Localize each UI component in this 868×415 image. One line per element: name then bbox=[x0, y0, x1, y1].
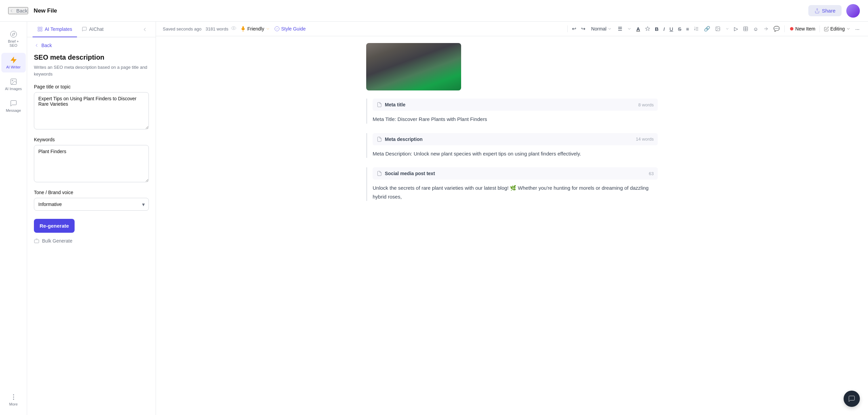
svg-marker-2 bbox=[11, 57, 16, 63]
page-title-field-wrap: Page title or topic Expert Tips on Using… bbox=[34, 84, 149, 131]
style-guide-label: Style Guide bbox=[281, 26, 305, 32]
image-dropdown-button[interactable] bbox=[724, 25, 731, 32]
divider-2 bbox=[784, 25, 785, 32]
editor-inner: Meta title 8 words Meta Title: Discover … bbox=[366, 43, 658, 201]
bubble-icon bbox=[82, 26, 87, 32]
svg-rect-10 bbox=[38, 29, 40, 31]
redo-button[interactable]: ↪ bbox=[579, 24, 587, 33]
bulk-generate-row[interactable]: Bulk Generate bbox=[34, 238, 149, 244]
editing-label: Editing bbox=[830, 26, 845, 32]
social-media-header: Social media post text 63 bbox=[373, 167, 658, 180]
italic-button[interactable]: I bbox=[662, 25, 666, 33]
tone-button[interactable]: Friendly bbox=[240, 26, 270, 32]
panel-tabs: AI Templates AIChat bbox=[27, 22, 156, 37]
panel: AI Templates AIChat Back SEO meta descri… bbox=[27, 22, 156, 415]
topbar: Back New File Share bbox=[0, 0, 868, 22]
meta-title-header-label: Meta title bbox=[385, 102, 406, 107]
meta-title-body[interactable]: Meta Title: Discover Rare Plants with Pl… bbox=[373, 115, 658, 124]
comment-button[interactable]: 💬 bbox=[772, 24, 782, 33]
meta-description-body[interactable]: Meta Description: Unlock new plant speci… bbox=[373, 149, 658, 158]
format-label: Normal bbox=[591, 26, 607, 32]
svg-point-16 bbox=[275, 26, 279, 31]
mic-icon bbox=[240, 26, 246, 32]
regenerate-button[interactable]: Re-generate bbox=[34, 219, 75, 233]
keywords-textarea[interactable]: Plant Finders bbox=[34, 145, 149, 182]
avatar[interactable] bbox=[846, 4, 860, 18]
page-title: New File bbox=[34, 7, 57, 14]
chat-bubble-button[interactable] bbox=[844, 391, 860, 407]
keywords-field-wrap: Keywords Plant Finders bbox=[34, 137, 149, 184]
strikethrough-button[interactable]: S bbox=[676, 25, 683, 33]
svg-rect-12 bbox=[34, 240, 39, 243]
meta-description-header-label: Meta description bbox=[385, 137, 422, 142]
underline-button[interactable]: U bbox=[668, 25, 675, 33]
dots-icon bbox=[10, 393, 17, 401]
special-char-button[interactable] bbox=[762, 25, 770, 33]
pen-icon bbox=[824, 26, 829, 32]
bold-button[interactable]: B bbox=[653, 25, 660, 33]
sidebar-item-ai-images[interactable]: AI Images bbox=[1, 75, 26, 94]
tab-ai-templates[interactable]: AI Templates bbox=[33, 22, 77, 37]
tone-label: Tone / Brand voice bbox=[34, 190, 149, 195]
svg-point-5 bbox=[13, 394, 14, 395]
doc-icon-2 bbox=[377, 137, 382, 142]
chevron-left-back-icon bbox=[34, 43, 39, 48]
sidebar-item-message[interactable]: Message bbox=[1, 96, 26, 116]
panel-back-button[interactable]: Back bbox=[34, 43, 52, 48]
social-media-section: Social media post text 63 Unlock the sec… bbox=[366, 167, 658, 201]
bulk-generate-label: Bulk Generate bbox=[42, 238, 73, 244]
social-media-word-count: 63 bbox=[649, 171, 654, 176]
svg-marker-1 bbox=[12, 33, 15, 36]
undo-button[interactable]: ↩ bbox=[570, 24, 578, 33]
svg-point-4 bbox=[12, 80, 13, 81]
new-item-button[interactable]: New Item bbox=[790, 26, 815, 32]
article-image bbox=[366, 43, 461, 90]
keywords-label: Keywords bbox=[34, 137, 149, 142]
tone-select-wrap: Informative Friendly Professional Casual… bbox=[34, 198, 149, 211]
sidebar-label-brief-seo: Brief + SEO bbox=[4, 39, 23, 47]
image-button[interactable] bbox=[713, 25, 722, 33]
tab-ai-templates-label: AI Templates bbox=[45, 26, 72, 32]
page-title-label: Page title or topic bbox=[34, 84, 149, 89]
panel-collapse-button[interactable] bbox=[139, 24, 150, 35]
tab-aichat[interactable]: AIChat bbox=[77, 22, 108, 37]
ordered-list-button[interactable] bbox=[692, 25, 701, 33]
sidebar-item-ai-writer[interactable]: AI Writer bbox=[1, 53, 26, 72]
text-color-button[interactable]: A bbox=[635, 25, 642, 33]
page-title-textarea[interactable]: Expert Tips on Using Plant Finders to Di… bbox=[34, 92, 149, 129]
share-button[interactable]: Share bbox=[808, 5, 842, 16]
play-button[interactable]: ▷ bbox=[732, 24, 740, 33]
tone-field-wrap: Tone / Brand voice Informative Friendly … bbox=[34, 190, 149, 211]
social-media-body[interactable]: Unlock the secrets of rare plant varieti… bbox=[373, 184, 658, 201]
share-icon bbox=[814, 8, 820, 14]
table-button[interactable] bbox=[741, 25, 750, 33]
sidebar-item-brief-seo[interactable]: Brief + SEO bbox=[1, 27, 26, 51]
svg-point-7 bbox=[13, 399, 14, 400]
link-button[interactable]: 🔗 bbox=[702, 24, 712, 33]
more-options-button[interactable]: ··· bbox=[853, 25, 861, 33]
eye-icon[interactable] bbox=[231, 25, 236, 32]
align-dropdown-button[interactable] bbox=[625, 25, 633, 33]
format-dropdown[interactable]: Normal bbox=[589, 25, 615, 33]
editing-button[interactable]: Editing bbox=[824, 26, 851, 32]
tone-select[interactable]: Informative Friendly Professional Casual… bbox=[34, 198, 149, 211]
panel-section-title: SEO meta description bbox=[34, 54, 149, 61]
panel-content: Back SEO meta description Writes an SEO … bbox=[27, 37, 156, 415]
sidebar-item-more[interactable]: More bbox=[1, 390, 26, 410]
editor-content: Meta title 8 words Meta Title: Discover … bbox=[156, 36, 868, 415]
image-icon bbox=[10, 78, 17, 85]
align-button[interactable]: ☰ bbox=[616, 24, 624, 33]
circle-check-icon bbox=[274, 26, 280, 32]
chevron-left-icon bbox=[9, 8, 14, 14]
svg-point-6 bbox=[13, 397, 14, 398]
bullet-list-button[interactable]: ≡ bbox=[684, 25, 691, 33]
tone-label: Friendly bbox=[247, 26, 264, 32]
tab-aichat-label: AIChat bbox=[89, 26, 104, 32]
save-status: Saved seconds ago bbox=[163, 26, 201, 32]
style-guide-button[interactable]: Style Guide bbox=[274, 26, 305, 32]
meta-description-header: Meta description 14 words bbox=[373, 133, 658, 145]
editor-toolbar: Saved seconds ago 3181 words Friendly St… bbox=[156, 22, 868, 36]
highlight-button[interactable] bbox=[643, 25, 652, 33]
back-button[interactable]: Back bbox=[8, 7, 28, 14]
emoji-button[interactable]: ☺ bbox=[751, 25, 760, 33]
